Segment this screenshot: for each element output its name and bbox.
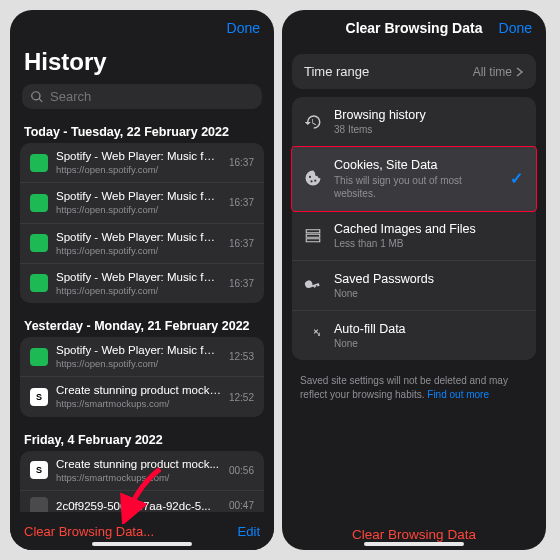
history-time: 16:37 [229,238,254,249]
category-title: Saved Passwords [334,271,496,287]
category-title: Cookies, Site Data [334,157,496,173]
history-row[interactable]: Spotify - Web Player: Music for...https:… [20,224,264,264]
history-row[interactable]: SCreate stunning product mock...https://… [20,451,264,491]
search-field[interactable] [50,89,254,104]
history-time: 16:37 [229,157,254,168]
category-cache[interactable]: Cached Images and FilesLess than 1 MB [292,211,536,261]
history-time: 00:56 [229,465,254,476]
smart-favicon-icon: S [30,388,48,406]
history-time: 16:37 [229,197,254,208]
data-categories-list: Browsing history38 ItemsCookies, Site Da… [292,97,536,360]
done-button[interactable]: Done [227,20,260,36]
history-row[interactable]: Spotify - Web Player: Music for...https:… [20,337,264,377]
history-row[interactable]: SCreate stunning product mocku...https:/… [20,377,264,416]
page-title: History [10,46,274,84]
history-url: https://open.spotify.com/ [56,164,221,176]
history-url: https://smartmockups.com/ [56,472,221,484]
search-icon [30,90,44,104]
home-indicator [92,542,192,546]
history-list: Spotify - Web Player: Music for...https:… [20,143,264,303]
spotify-favicon-icon [30,274,48,292]
history-title: Create stunning product mock... [56,457,221,472]
category-subtitle: None [334,287,496,300]
history-list: Spotify - Web Player: Music for...https:… [20,337,264,417]
date-header: Today - Tuesday, 22 February 2022 [10,119,274,143]
history-row[interactable]: Spotify - Web Player: Music for...https:… [20,264,264,303]
nav-bar: Done [10,10,274,46]
history-time: 12:53 [229,351,254,362]
nav-bar: Clear Browsing Data Done [282,10,546,46]
category-cookie[interactable]: Cookies, Site DataThis will sign you out… [292,147,536,210]
history-url: https://open.spotify.com/ [56,358,221,370]
history-url: https://open.spotify.com/ [56,285,221,297]
clear-browsing-data-button[interactable]: Clear Browsing Data... [24,524,154,539]
history-time: 12:52 [229,392,254,403]
category-history[interactable]: Browsing history38 Items [292,97,536,147]
spotify-favicon-icon [30,234,48,252]
time-range-label: Time range [304,64,369,79]
right-phone-clear-data: Clear Browsing Data Done Time range All … [282,10,546,550]
history-url: https://smartmockups.com/ [56,398,221,410]
history-title: Spotify - Web Player: Music for... [56,149,221,164]
date-header: Yesterday - Monday, 21 February 2022 [10,313,274,337]
home-indicator [364,542,464,546]
category-subtitle: 38 Items [334,123,496,136]
spotify-favicon-icon [30,194,48,212]
key-icon [304,276,322,294]
info-note: Saved site settings will not be deleted … [282,366,546,402]
history-row[interactable]: Spotify - Web Player: Music for...https:… [20,183,264,223]
history-icon [304,113,322,131]
history-time: 00:47 [229,500,254,511]
history-title: Spotify - Web Player: Music for... [56,230,221,245]
done-button[interactable]: Done [499,20,532,36]
page-title: Clear Browsing Data [296,20,532,36]
category-subtitle: This will sign you out of most websites. [334,174,496,200]
clear-browsing-data-button[interactable]: Clear Browsing Data [282,527,546,542]
left-phone-history: Done History Today - Tuesday, 22 Februar… [10,10,274,550]
find-out-more-link[interactable]: Find out more [427,389,489,400]
search-input[interactable] [22,84,262,109]
time-range-value[interactable]: All time [473,65,524,79]
history-title: Spotify - Web Player: Music for... [56,189,221,204]
smart-favicon-icon: S [30,461,48,479]
time-range-panel[interactable]: Time range All time [292,54,536,89]
history-title: Spotify - Web Player: Music for... [56,270,221,285]
chevron-right-icon [516,67,524,77]
category-subtitle: None [334,337,496,350]
history-row[interactable]: Spotify - Web Player: Music for...https:… [20,143,264,183]
history-url: https://open.spotify.com/ [56,204,221,216]
category-autofill[interactable]: Auto-fill DataNone [292,311,536,360]
date-header: Friday, 4 February 2022 [10,427,274,451]
spotify-favicon-icon [30,348,48,366]
history-title: Spotify - Web Player: Music for... [56,343,221,358]
cookie-icon [304,169,322,187]
autofill-icon [304,327,322,345]
checkmark-icon: ✓ [508,169,524,188]
history-time: 16:37 [229,278,254,289]
category-title: Cached Images and Files [334,221,496,237]
history-title: Create stunning product mocku... [56,383,221,398]
cache-icon [304,226,322,244]
history-url: https://open.spotify.com/ [56,245,221,257]
edit-button[interactable]: Edit [238,524,260,539]
category-key[interactable]: Saved PasswordsNone [292,261,536,311]
category-subtitle: Less than 1 MB [334,237,496,250]
category-title: Auto-fill Data [334,321,496,337]
category-title: Browsing history [334,107,496,123]
spotify-favicon-icon [30,154,48,172]
